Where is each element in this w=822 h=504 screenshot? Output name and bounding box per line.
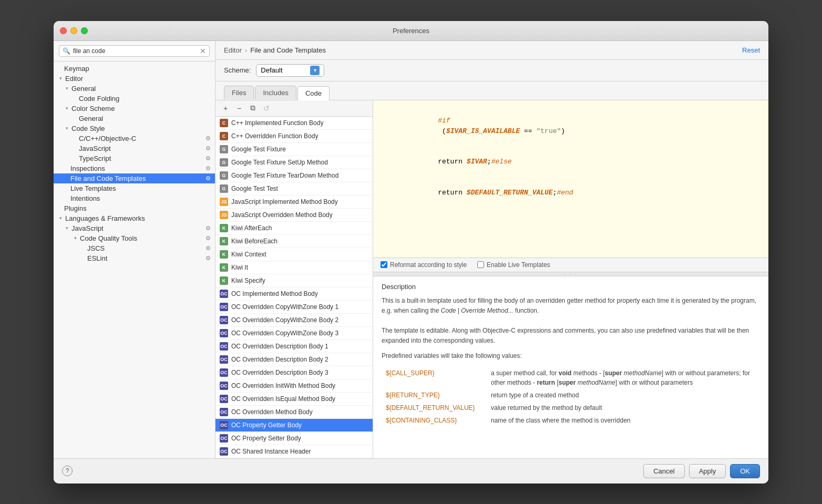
sidebar-item-code-style[interactable]: Code Style [54,124,215,133]
search-bar: 🔍 ✕ [54,41,215,61]
reset-template-button[interactable]: ↺ [261,102,272,114]
sidebar-item-file-code-templates[interactable]: File and Code Templates ⚙ [54,173,215,183]
help-button[interactable]: ? [62,466,73,476]
breadcrumb-parent: Editor [224,46,242,54]
js-icon: JS [220,211,228,219]
sidebar-item-eslint[interactable]: ESLint ⚙ [54,253,215,263]
sidebar-item-javascript-lf[interactable]: JavaScript ⚙ [54,223,215,233]
list-item[interactable]: OC OC Overridden Method Body [215,406,373,419]
scheme-select[interactable]: Default ▾ [256,64,324,77]
javascript-lf-gear-icon: ⚙ [206,225,211,232]
code-else: ; [487,158,491,166]
list-item[interactable]: G Google Test Test [215,182,373,196]
list-item[interactable]: G Google Test Fixture TearDown Method [215,169,373,182]
list-item[interactable]: K Kiwi Specify [215,274,373,287]
maximize-button[interactable] [81,27,88,34]
sidebar-item-javascript-cs[interactable]: JavaScript ⚙ [54,143,215,153]
list-item[interactable]: OC OC Overridden CopyWithZone Body 1 [215,301,373,314]
list-item[interactable]: K Kiwi It [215,261,373,274]
sidebar-item-typescript[interactable]: TypeScript ⚙ [54,153,215,163]
sidebar-item-plugins[interactable]: Plugins [54,203,215,213]
list-item[interactable]: K Kiwi AfterEach [215,222,373,235]
search-input[interactable] [73,47,197,55]
add-template-button[interactable]: + [220,102,231,114]
item-label: OC Overridden Method Body [231,408,313,416]
list-item[interactable]: C C++ Implemented Function Body [215,117,373,130]
remove-template-button[interactable]: − [233,102,245,114]
kiwi-icon: K [220,237,228,245]
var-desc: value returned by the method by default [487,402,760,414]
sidebar: 🔍 ✕ Keymap Editor Ge [54,41,215,458]
list-item[interactable]: OC OC Implemented Method Body [215,287,373,301]
scheme-dropdown-arrow[interactable]: ▾ [310,66,320,75]
sidebar-item-general[interactable]: General [54,84,215,94]
content-area: 🔍 ✕ Keymap Editor Ge [54,41,768,458]
reformat-checkbox-row[interactable]: Reformat according to style [381,261,467,269]
list-item[interactable]: JS JavaScript Overridden Method Body [215,209,373,222]
copy-template-button[interactable]: ⧉ [247,102,259,114]
list-item[interactable]: C C++ Overridden Function Body [215,130,373,143]
ok-button[interactable]: OK [730,464,760,478]
list-item[interactable]: OC OC Property Setter Body [215,432,373,445]
resize-handle[interactable]: · · · [373,272,768,276]
sidebar-item-inspections[interactable]: Inspections ⚙ [54,163,215,173]
code-op: == [520,127,536,135]
sidebar-item-code-quality-tools[interactable]: Code Quality Tools ⚙ [54,233,215,243]
code-return2: return [438,189,467,197]
sidebar-item-cpp[interactable]: C/C++/Objective-C ⚙ [54,133,215,143]
item-label: OC Overridden CopyWithZone Body 2 [231,316,338,324]
sidebar-item-keymap[interactable]: Keymap [54,64,215,74]
tab-files[interactable]: Files [224,86,254,99]
sidebar-item-live-templates[interactable]: Live Templates [54,183,215,193]
cancel-button[interactable]: Cancel [643,464,684,478]
table-row: ${CONTAINING_CLASS} name of the class wh… [382,414,760,427]
code-line-2: return $IVAR;#else [381,147,761,178]
list-item[interactable]: OC OC Overridden Description Body 1 [215,340,373,353]
list-toolbar: + − ⧉ ↺ [215,100,373,117]
jscs-gear-icon: ⚙ [206,245,211,252]
sidebar-item-editor[interactable]: Editor [54,74,215,84]
live-templates-checkbox-row[interactable]: Enable Live Templates [477,261,550,269]
description-title: Description [382,283,760,291]
list-item[interactable]: G Google Test Fixture [215,143,373,156]
list-item[interactable]: OC OC Overridden CopyWithZone Body 2 [215,314,373,327]
oc-icon: OC [220,355,228,364]
list-item[interactable]: OC OC Overridden InitWith Method Body [215,379,373,393]
code-quality-tools-gear-icon: ⚙ [206,235,211,242]
right-panel: #if ($IVAR_IS_AVAILABLE == "true") retur… [373,100,768,458]
minimize-button[interactable] [70,27,77,34]
search-clear-icon[interactable]: ✕ [200,47,206,55]
list-item[interactable]: OC OC Overridden Description Body 2 [215,353,373,366]
live-templates-checkbox[interactable] [477,261,484,268]
list-item[interactable]: G Google Test Fixture SetUp Method [215,156,373,169]
close-button[interactable] [60,27,67,34]
list-item[interactable]: K Kiwi Context [215,248,373,261]
tab-includes[interactable]: Includes [255,86,296,99]
oc-icon: OC [220,368,228,377]
sidebar-tree: Keymap Editor General Code Folding [54,61,215,458]
javascript-cs-label: JavaScript [79,145,111,152]
list-item[interactable]: OC OC Shared Instance Header [215,445,373,458]
apply-button[interactable]: Apply [689,464,726,478]
sidebar-item-languages-frameworks[interactable]: Languages & Frameworks [54,213,215,223]
list-item[interactable]: OC OC Overridden Description Body 3 [215,366,373,379]
sidebar-item-code-folding[interactable]: Code Folding [54,94,215,104]
code-var-ivar: $IVAR [467,158,487,166]
code-editor[interactable]: #if ($IVAR_IS_AVAILABLE == "true") retur… [373,100,768,258]
sidebar-item-intentions[interactable]: Intentions [54,193,215,203]
sidebar-item-jscs[interactable]: JSCS ⚙ [54,243,215,253]
languages-frameworks-label: Languages & Frameworks [65,214,145,222]
reformat-checkbox[interactable] [381,261,387,268]
item-label: JavaScript Implemented Method Body [231,198,338,205]
list-item[interactable]: OC OC Overridden IsEqual Method Body [215,393,373,406]
list-item-selected[interactable]: OC OC Property Getter Body [215,419,373,432]
code-line-3: return $DEFAULT_RETURN_VALUE;#end [381,177,761,208]
tab-code[interactable]: Code [297,86,330,100]
sidebar-item-color-scheme-general[interactable]: General [54,114,215,124]
list-item[interactable]: JS JavaScript Implemented Method Body [215,196,373,209]
live-templates-label: Enable Live Templates [487,261,550,269]
reset-button[interactable]: Reset [742,46,760,54]
list-item[interactable]: OC OC Overridden CopyWithZone Body 3 [215,327,373,340]
sidebar-item-color-scheme[interactable]: Color Scheme [54,104,215,114]
list-item[interactable]: K Kiwi BeforeEach [215,235,373,248]
